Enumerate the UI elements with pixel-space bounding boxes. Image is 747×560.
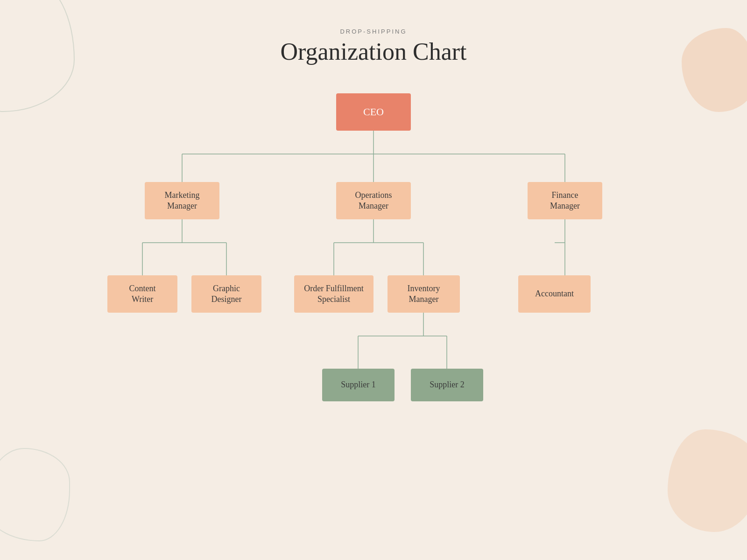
node-inventory: InventoryManager (388, 275, 460, 313)
page-container: DROP-SHIPPING Organization Chart (0, 0, 747, 560)
title: Organization Chart (280, 38, 466, 65)
node-accountant: Accountant (518, 275, 591, 313)
node-content: ContentWriter (107, 275, 177, 313)
node-finance: FinanceManager (528, 182, 602, 219)
node-supplier1: Supplier 1 (322, 369, 395, 401)
header: DROP-SHIPPING Organization Chart (280, 28, 466, 65)
node-supplier2: Supplier 2 (411, 369, 483, 401)
subtitle: DROP-SHIPPING (280, 28, 466, 35)
node-ceo: CEO (336, 93, 411, 131)
node-graphic: GraphicDesigner (191, 275, 261, 313)
node-marketing: MarketingManager (145, 182, 219, 219)
node-fulfillment: Order FulfillmentSpecialist (294, 275, 374, 313)
org-chart: CEO MarketingManager OperationsManager F… (93, 93, 654, 490)
node-operations: OperationsManager (336, 182, 411, 219)
